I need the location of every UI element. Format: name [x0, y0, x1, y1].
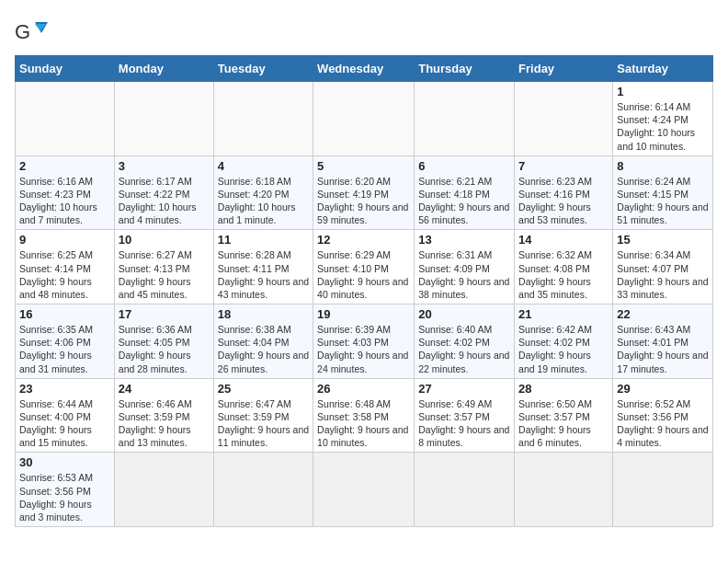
- calendar-cell: 17Sunrise: 6:36 AM Sunset: 4:05 PM Dayli…: [114, 304, 213, 379]
- day-number: 18: [218, 307, 309, 321]
- day-number: 26: [317, 382, 410, 396]
- calendar-cell: [16, 82, 115, 156]
- day-info: Sunrise: 6:43 AM Sunset: 4:01 PM Dayligh…: [617, 323, 709, 375]
- logo-icon: G: [15, 15, 48, 48]
- day-number: 22: [617, 307, 709, 321]
- calendar-cell: 20Sunrise: 6:40 AM Sunset: 4:02 PM Dayli…: [415, 304, 515, 379]
- day-number: 19: [317, 307, 410, 321]
- calendar-cell: [313, 82, 415, 156]
- calendar-cell: 23Sunrise: 6:44 AM Sunset: 4:00 PM Dayli…: [16, 378, 115, 453]
- calendar-week-1: 2Sunrise: 6:16 AM Sunset: 4:23 PM Daylig…: [16, 155, 713, 230]
- day-info: Sunrise: 6:14 AM Sunset: 4:24 PM Dayligh…: [617, 100, 709, 153]
- calendar-cell: [515, 82, 613, 156]
- day-number: 5: [317, 159, 410, 173]
- calendar-week-0: 1Sunrise: 6:14 AM Sunset: 4:24 PM Daylig…: [16, 82, 713, 156]
- day-info: Sunrise: 6:21 AM Sunset: 4:18 PM Dayligh…: [418, 175, 510, 227]
- day-number: 24: [119, 382, 210, 396]
- day-info: Sunrise: 6:17 AM Sunset: 4:22 PM Dayligh…: [119, 175, 210, 227]
- calendar-table: SundayMondayTuesdayWednesdayThursdayFrid…: [15, 55, 713, 527]
- day-info: Sunrise: 6:32 AM Sunset: 4:08 PM Dayligh…: [518, 248, 609, 301]
- calendar-cell: 14Sunrise: 6:32 AM Sunset: 4:08 PM Dayli…: [515, 230, 613, 304]
- calendar-cell: 3Sunrise: 6:17 AM Sunset: 4:22 PM Daylig…: [114, 155, 213, 230]
- day-info: Sunrise: 6:31 AM Sunset: 4:09 PM Dayligh…: [418, 248, 510, 301]
- calendar-cell: [415, 82, 515, 156]
- day-info: Sunrise: 6:29 AM Sunset: 4:10 PM Dayligh…: [317, 248, 410, 301]
- calendar-cell: 29Sunrise: 6:52 AM Sunset: 3:56 PM Dayli…: [613, 378, 713, 453]
- dow-friday: Friday: [515, 56, 613, 82]
- calendar-cell: 10Sunrise: 6:27 AM Sunset: 4:13 PM Dayli…: [114, 230, 213, 304]
- dow-monday: Monday: [114, 56, 213, 82]
- day-info: Sunrise: 6:36 AM Sunset: 4:05 PM Dayligh…: [119, 323, 210, 375]
- calendar-cell: 30Sunrise: 6:53 AM Sunset: 3:56 PM Dayli…: [16, 453, 115, 527]
- day-number: 29: [617, 382, 709, 396]
- day-number: 17: [119, 307, 210, 321]
- calendar-week-4: 23Sunrise: 6:44 AM Sunset: 4:00 PM Dayli…: [16, 378, 713, 453]
- calendar-cell: 25Sunrise: 6:47 AM Sunset: 3:59 PM Dayli…: [213, 378, 313, 453]
- calendar-cell: [415, 453, 515, 527]
- day-number: 6: [418, 159, 510, 173]
- page-header: G: [15, 15, 713, 48]
- day-number: 30: [19, 455, 110, 469]
- day-number: 7: [518, 159, 609, 173]
- dow-wednesday: Wednesday: [313, 56, 415, 82]
- calendar-cell: 2Sunrise: 6:16 AM Sunset: 4:23 PM Daylig…: [16, 155, 115, 230]
- day-info: Sunrise: 6:39 AM Sunset: 4:03 PM Dayligh…: [317, 323, 410, 375]
- calendar-cell: 18Sunrise: 6:38 AM Sunset: 4:04 PM Dayli…: [213, 304, 313, 379]
- day-info: Sunrise: 6:20 AM Sunset: 4:19 PM Dayligh…: [317, 175, 410, 227]
- svg-text:G: G: [15, 20, 30, 43]
- calendar-cell: 15Sunrise: 6:34 AM Sunset: 4:07 PM Dayli…: [613, 230, 713, 304]
- calendar-cell: 28Sunrise: 6:50 AM Sunset: 3:57 PM Dayli…: [515, 378, 613, 453]
- day-info: Sunrise: 6:35 AM Sunset: 4:06 PM Dayligh…: [19, 323, 110, 375]
- day-number: 20: [418, 307, 510, 321]
- day-number: 15: [617, 233, 709, 247]
- day-info: Sunrise: 6:48 AM Sunset: 3:58 PM Dayligh…: [317, 397, 410, 450]
- day-number: 2: [19, 159, 110, 173]
- day-number: 23: [19, 382, 110, 396]
- day-number: 1: [617, 85, 709, 98]
- calendar-cell: [515, 453, 613, 527]
- calendar-cell: 7Sunrise: 6:23 AM Sunset: 4:16 PM Daylig…: [515, 155, 613, 230]
- calendar-week-3: 16Sunrise: 6:35 AM Sunset: 4:06 PM Dayli…: [16, 304, 713, 379]
- calendar-cell: 4Sunrise: 6:18 AM Sunset: 4:20 PM Daylig…: [213, 155, 313, 230]
- calendar-cell: [114, 82, 213, 156]
- day-info: Sunrise: 6:44 AM Sunset: 4:00 PM Dayligh…: [19, 397, 110, 450]
- day-info: Sunrise: 6:18 AM Sunset: 4:20 PM Dayligh…: [218, 175, 309, 227]
- dow-tuesday: Tuesday: [213, 56, 313, 82]
- day-info: Sunrise: 6:49 AM Sunset: 3:57 PM Dayligh…: [418, 397, 510, 450]
- calendar-cell: 19Sunrise: 6:39 AM Sunset: 4:03 PM Dayli…: [313, 304, 415, 379]
- day-number: 4: [218, 159, 309, 173]
- day-info: Sunrise: 6:52 AM Sunset: 3:56 PM Dayligh…: [617, 397, 709, 450]
- day-number: 12: [317, 233, 410, 247]
- day-number: 21: [518, 307, 609, 321]
- day-number: 10: [119, 233, 210, 247]
- calendar-cell: 27Sunrise: 6:49 AM Sunset: 3:57 PM Dayli…: [415, 378, 515, 453]
- day-number: 8: [617, 159, 709, 173]
- calendar-cell: 24Sunrise: 6:46 AM Sunset: 3:59 PM Dayli…: [114, 378, 213, 453]
- calendar-cell: 1Sunrise: 6:14 AM Sunset: 4:24 PM Daylig…: [613, 82, 713, 156]
- day-info: Sunrise: 6:38 AM Sunset: 4:04 PM Dayligh…: [218, 323, 309, 375]
- calendar-cell: 13Sunrise: 6:31 AM Sunset: 4:09 PM Dayli…: [415, 230, 515, 304]
- calendar-cell: [313, 453, 415, 527]
- dow-sunday: Sunday: [16, 56, 115, 82]
- day-info: Sunrise: 6:25 AM Sunset: 4:14 PM Dayligh…: [19, 248, 110, 301]
- day-info: Sunrise: 6:50 AM Sunset: 3:57 PM Dayligh…: [518, 397, 609, 450]
- calendar-week-2: 9Sunrise: 6:25 AM Sunset: 4:14 PM Daylig…: [16, 230, 713, 304]
- calendar-cell: 26Sunrise: 6:48 AM Sunset: 3:58 PM Dayli…: [313, 378, 415, 453]
- calendar-cell: 9Sunrise: 6:25 AM Sunset: 4:14 PM Daylig…: [16, 230, 115, 304]
- calendar-cell: [213, 82, 313, 156]
- day-number: 25: [218, 382, 309, 396]
- calendar-cell: 8Sunrise: 6:24 AM Sunset: 4:15 PM Daylig…: [613, 155, 713, 230]
- calendar-cell: [213, 453, 313, 527]
- day-info: Sunrise: 6:40 AM Sunset: 4:02 PM Dayligh…: [418, 323, 510, 375]
- dow-thursday: Thursday: [415, 56, 515, 82]
- day-number: 3: [119, 159, 210, 173]
- calendar-cell: [613, 453, 713, 527]
- calendar-cell: 11Sunrise: 6:28 AM Sunset: 4:11 PM Dayli…: [213, 230, 313, 304]
- day-number: 16: [19, 307, 110, 321]
- calendar-cell: 12Sunrise: 6:29 AM Sunset: 4:10 PM Dayli…: [313, 230, 415, 304]
- calendar-cell: 16Sunrise: 6:35 AM Sunset: 4:06 PM Dayli…: [16, 304, 115, 379]
- day-number: 28: [518, 382, 609, 396]
- day-info: Sunrise: 6:53 AM Sunset: 3:56 PM Dayligh…: [19, 471, 110, 523]
- day-info: Sunrise: 6:46 AM Sunset: 3:59 PM Dayligh…: [119, 397, 210, 450]
- day-number: 27: [418, 382, 510, 396]
